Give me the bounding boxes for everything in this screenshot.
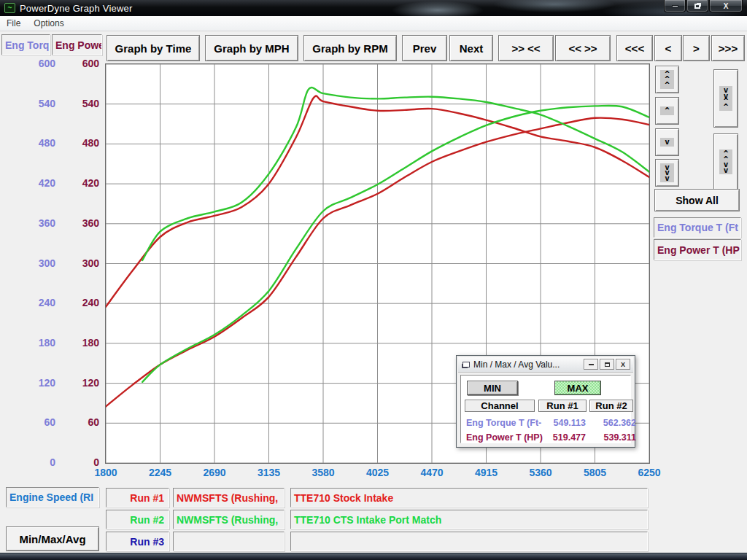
show-all-button[interactable]: Show All	[654, 189, 740, 211]
triple-up-chevron-icon: ^ ^ ^	[660, 70, 674, 90]
x-axis-tick-label: 1800	[85, 467, 126, 478]
curve-run-2-eng-power-t-hp-	[142, 106, 649, 382]
scroll-far-left-button[interactable]: <<<	[616, 35, 653, 61]
title-bar[interactable]: ~ PowerDyne Graph Viewer X	[0, 0, 747, 16]
run2-label-box[interactable]: Run #2	[106, 510, 169, 529]
y-axis-tick-label: 60	[69, 416, 99, 428]
y-axis-tick-label: 180	[25, 337, 55, 349]
flag-icon	[462, 362, 470, 368]
y-axis-tick-label: 420	[69, 177, 99, 189]
y-axis-tick-label: 180	[69, 337, 99, 349]
power-row-channel: Eng Power T (HP)	[466, 432, 539, 443]
y-axis-tick-label: 480	[69, 137, 99, 149]
y-axis-tick-label: 360	[69, 217, 99, 229]
next-button[interactable]: Next	[449, 35, 493, 61]
minmax-window-title: Min / Max / Avg Valu...	[473, 359, 560, 370]
window-bottom-frame	[0, 553, 747, 560]
minmax-window[interactable]: Min / Max / Avg Valu... X MIN MAX Channe…	[456, 355, 635, 448]
zoom-in-x-button[interactable]: >> <<	[498, 35, 554, 61]
graph-by-rpm-button[interactable]: Graph by RPM	[303, 35, 397, 61]
channel-column-header[interactable]: Channel	[465, 400, 535, 412]
minimize-icon	[672, 5, 678, 7]
minmax-title-bar[interactable]: Min / Max / Avg Valu... X	[458, 357, 633, 373]
y-axis-tick-label: 300	[25, 257, 55, 269]
restore-icon	[694, 4, 700, 9]
x-axis-tick-label: 6250	[629, 467, 670, 478]
run2-column-header[interactable]: Run #2	[589, 400, 633, 412]
zoom-out-x-button[interactable]: << >>	[555, 35, 611, 61]
y-axis-tick-label: 120	[69, 377, 99, 389]
scroll-left-button[interactable]: <	[654, 35, 682, 61]
run1-note-box[interactable]: TTE710 Stock Intake	[290, 488, 648, 508]
down-chevron-icon: v	[660, 138, 674, 147]
expand-chevrons-icon: ^ ^ v v	[719, 149, 733, 174]
y-axis-tick-label: 360	[25, 217, 55, 229]
minimize-icon	[589, 364, 594, 365]
menu-options[interactable]: Options	[27, 17, 70, 30]
x-axis-tick-label: 2245	[140, 467, 181, 478]
up-chevron-icon: ^	[660, 106, 674, 115]
power-channel-box[interactable]: Eng Power T (HP	[654, 239, 741, 260]
menu-bar: File Options	[0, 16, 747, 31]
scale-up-button[interactable]: ^	[655, 97, 679, 125]
x-axis-tick-label: 4025	[357, 467, 398, 478]
x-axis-tick-label: 3580	[303, 467, 344, 478]
compress-scale-button[interactable]: v v ^ ^	[713, 69, 738, 128]
scale-down-button[interactable]: v	[655, 128, 679, 156]
minmax-maximize-button[interactable]	[600, 359, 614, 370]
triple-down-chevron-icon: v v v	[660, 163, 674, 183]
close-button[interactable]: X	[709, 0, 743, 12]
power-axis-label-box[interactable]: Eng Powe	[52, 34, 102, 55]
run1-label-box[interactable]: Run #1	[106, 488, 169, 508]
y-axis-tick-label: 420	[25, 177, 55, 189]
y-axis-tick-label: 60	[25, 416, 55, 428]
restore-button[interactable]	[686, 0, 708, 12]
run3-note-box[interactable]	[290, 532, 648, 551]
torque-channel-box[interactable]: Eng Torque T (Ft	[654, 217, 741, 238]
y-axis-tick-label: 540	[25, 98, 55, 109]
y-axis-tick-label: 480	[25, 137, 55, 149]
y-axis-tick-label: 540	[69, 98, 99, 109]
x-axis-tick-label: 4915	[466, 467, 507, 478]
x-axis-tick-label: 5805	[575, 467, 616, 478]
expand-scale-button[interactable]: ^ ^ v v	[713, 133, 738, 190]
scroll-right-button[interactable]: >	[683, 35, 710, 61]
maximize-icon	[605, 362, 610, 367]
minimize-button[interactable]	[664, 0, 686, 12]
min-toggle-button[interactable]: MIN	[467, 381, 518, 395]
run1-column-header[interactable]: Run #1	[538, 400, 587, 412]
torque-row-run1-value: 549.113	[536, 418, 586, 428]
power-row-run2-value: 539.311	[587, 432, 636, 443]
scale-down-fast-button[interactable]: v v v	[655, 159, 679, 187]
powerdyne-app: { "window": { "title": "PowerDyne Graph …	[0, 0, 747, 560]
scale-up-fast-button[interactable]: ^ ^ ^	[655, 66, 679, 93]
torque-row-run2-value: 562.362	[587, 418, 636, 428]
y-axis-tick-label: 300	[69, 257, 99, 269]
minmaxavg-button[interactable]: Min/Max/Avg	[6, 526, 99, 551]
minmax-close-button[interactable]: X	[616, 359, 630, 370]
run3-label-box[interactable]: Run #3	[106, 532, 169, 551]
run1-dyno-box[interactable]: NWMSFTS (Rushing,	[173, 488, 285, 508]
graph-by-mph-button[interactable]: Graph by MPH	[205, 35, 298, 61]
menu-file[interactable]: File	[0, 17, 27, 30]
prev-button[interactable]: Prev	[402, 35, 447, 61]
power-row-run1-value: 519.477	[536, 432, 586, 443]
x-axis-tick-label: 2690	[194, 467, 235, 478]
x-axis-tick-label: 4470	[411, 467, 452, 478]
minmax-minimize-button[interactable]	[584, 359, 598, 370]
minmax-body: MIN MAX Channel Run #1 Run #2 Eng Torque…	[460, 375, 631, 443]
run3-dyno-box[interactable]	[173, 532, 285, 551]
scroll-far-right-button[interactable]: >>>	[711, 35, 745, 61]
y-axis-tick-label: 240	[69, 297, 99, 308]
window-title: PowerDyne Graph Viewer	[20, 3, 132, 14]
run2-dyno-box[interactable]: NWMSFTS (Rushing,	[173, 510, 285, 529]
y-axis-tick-label: 600	[25, 58, 55, 69]
y-axis-tick-label: 600	[69, 58, 99, 69]
y-axis-tick-label: 0	[25, 456, 55, 468]
graph-by-time-button[interactable]: Graph by Time	[107, 35, 200, 61]
torque-axis-label-box[interactable]: Eng Torq	[1, 34, 50, 55]
max-toggle-button[interactable]: MAX	[554, 381, 601, 395]
run2-note-box[interactable]: TTE710 CTS Intake Port Match	[290, 510, 648, 529]
x-axis-tick-label: 3135	[249, 467, 290, 478]
engine-speed-box[interactable]: Engine Speed (RI	[6, 487, 99, 508]
